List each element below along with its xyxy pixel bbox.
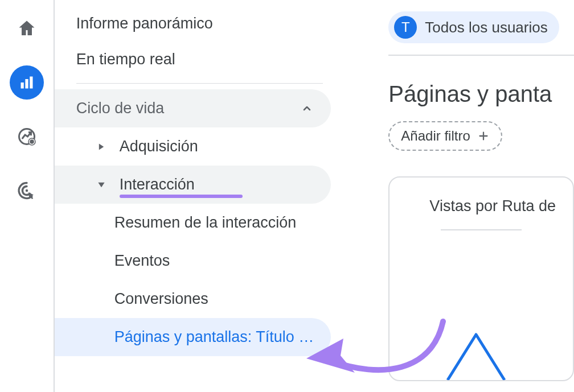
nav-conversions-label: Conversiones (114, 290, 208, 307)
divider (388, 55, 574, 56)
caret-down-icon (95, 181, 108, 189)
nav-pages-screens-label: Páginas y pantallas: Título … (114, 328, 314, 345)
svg-rect-1 (25, 79, 28, 89)
audience-chip[interactable]: T Todos los usuarios (388, 11, 559, 43)
svg-rect-0 (20, 82, 23, 89)
main-content: T Todos los usuarios Páginas y panta Aña… (334, 0, 574, 392)
chevron-up-icon (300, 102, 314, 115)
nav-overview-label: Informe panorámico (76, 15, 213, 32)
annotation-underline (120, 195, 243, 198)
nav-pages-screens[interactable]: Páginas y pantallas: Título … (55, 318, 331, 356)
page-title: Páginas y panta (388, 81, 574, 107)
chart-card: Vistas por Ruta de (388, 176, 574, 381)
svg-point-5 (30, 139, 34, 144)
nav-panel: Informe panorámico En tiempo real Ciclo … (55, 0, 335, 392)
nav-acquisition-label: Adquisición (120, 138, 198, 155)
nav-realtime-label: En tiempo real (76, 51, 175, 68)
audience-label: Todos los usuarios (425, 19, 547, 36)
nav-home-button[interactable] (10, 11, 44, 46)
nav-engagement-label: Interacción (120, 176, 195, 193)
svg-point-6 (26, 189, 28, 192)
nav-conversions[interactable]: Conversiones (55, 280, 335, 318)
chart-title: Vistas por Ruta de (407, 197, 556, 215)
bar-chart-icon (17, 72, 37, 93)
add-filter-button[interactable]: Añadir filtro (388, 121, 502, 151)
nav-realtime[interactable]: En tiempo real (55, 42, 335, 77)
nav-engagement-summary-label: Resumen de la interacción (114, 214, 297, 231)
nav-engagement-summary[interactable]: Resumen de la interacción (55, 204, 335, 242)
chart-line-fragment (442, 329, 510, 380)
add-filter-label: Añadir filtro (401, 128, 470, 144)
nav-events[interactable]: Eventos (55, 242, 335, 280)
nav-lifecycle-header[interactable]: Ciclo de vida (55, 89, 331, 127)
svg-rect-2 (30, 77, 32, 89)
nav-lifecycle-label: Ciclo de vida (76, 100, 165, 117)
nav-overview[interactable]: Informe panorámico (55, 6, 335, 42)
nav-events-label: Eventos (114, 252, 170, 269)
target-click-icon (17, 180, 37, 201)
nav-engagement[interactable]: Interacción (55, 166, 331, 204)
icon-rail (0, 0, 55, 392)
nav-advertising-button[interactable] (10, 174, 44, 208)
audience-badge-icon: T (394, 16, 417, 39)
home-icon (17, 18, 37, 39)
divider (76, 83, 323, 84)
nav-acquisition[interactable]: Adquisición (55, 127, 335, 166)
trend-icon (17, 126, 37, 147)
plus-icon (477, 130, 490, 142)
nav-reports-button[interactable] (10, 65, 44, 100)
nav-explore-button[interactable] (10, 119, 44, 154)
caret-right-icon (95, 143, 108, 151)
divider (441, 229, 522, 230)
